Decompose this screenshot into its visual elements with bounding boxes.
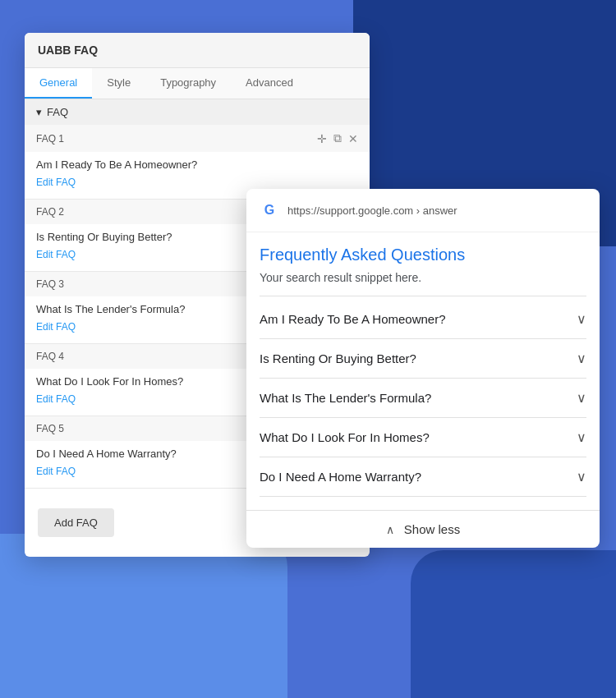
faq-label-4: FAQ 4 (36, 351, 64, 362)
chevron-icon-4: ∨ (577, 429, 586, 445)
google-faq-row-2[interactable]: Is Renting Or Buying Better? ∨ (260, 339, 586, 379)
chevron-icon-2: ∨ (577, 351, 586, 366)
faq-label-1: FAQ 1 (36, 133, 64, 145)
bg-right-blue (411, 550, 616, 698)
faq-1-icons: ✛ ⧉ ✕ (317, 131, 358, 145)
faq-edit-link-3[interactable]: Edit FAQ (36, 321, 76, 333)
google-preview-panel: G https://support.google.com › answer Fr… (246, 189, 600, 548)
google-g-icon: G (260, 200, 279, 220)
faq-label-2: FAQ 2 (36, 206, 64, 218)
google-url-bar: G https://support.google.com › answer (246, 189, 600, 232)
google-faq-question-3: What Is The Lender's Formula? (260, 391, 431, 405)
google-faq-question-2: Is Renting Or Buying Better? (260, 351, 416, 365)
chevron-icon-3: ∨ (577, 390, 586, 406)
google-faq-row-1[interactable]: Am I Ready To Be A Homeowner? ∨ (260, 300, 586, 339)
google-faq-row-3[interactable]: What Is The Lender's Formula? ∨ (260, 379, 586, 418)
section-label: FAQ (47, 106, 68, 118)
faq-item-1-header: FAQ 1 ✛ ⧉ ✕ (25, 125, 370, 152)
google-faq-question-1: Am I Ready To Be A Homeowner? (260, 312, 446, 326)
google-content: Frequently Asked Questions Your search r… (246, 232, 600, 510)
faq-label-5: FAQ 5 (36, 423, 64, 434)
add-faq-button[interactable]: Add FAQ (38, 508, 114, 537)
chevron-icon-1: ∨ (577, 311, 586, 327)
faq-edit-link-1[interactable]: Edit FAQ (36, 177, 76, 188)
faq-edit-link-2[interactable]: Edit FAQ (36, 249, 76, 260)
bg-light-blue-bottom (0, 534, 287, 698)
move-icon-1[interactable]: ✛ (317, 132, 327, 145)
google-result-title[interactable]: Frequently Asked Questions (260, 246, 586, 264)
editor-tabs: General Style Typography Advanced (25, 68, 370, 99)
tab-general[interactable]: General (25, 68, 92, 99)
show-less-label: Show less (404, 522, 460, 536)
section-collapse-icon[interactable]: ▾ (36, 106, 42, 118)
google-url: https://support.google.com › answer (287, 204, 457, 217)
google-faq-row-5[interactable]: Do I Need A Home Warranty? ∨ (260, 457, 586, 497)
google-faq-row-4[interactable]: What Do I Look For In Homes? ∨ (260, 418, 586, 457)
faq-question-1: Am I Ready To Be A Homeowner? (36, 158, 358, 171)
show-less-chevron-icon: ∧ (386, 523, 394, 536)
editor-title: UABB FAQ (38, 44, 98, 57)
show-less-bar[interactable]: ∧ Show less (246, 510, 600, 548)
tab-advanced[interactable]: Advanced (231, 68, 308, 99)
chevron-icon-5: ∨ (577, 469, 586, 484)
copy-icon-1[interactable]: ⧉ (333, 131, 342, 145)
google-faq-question-4: What Do I Look For In Homes? (260, 430, 430, 444)
section-header: ▾ FAQ (25, 99, 370, 125)
google-faq-question-5: Do I Need A Home Warranty? (260, 470, 421, 484)
tab-style[interactable]: Style (92, 68, 145, 99)
google-snippet: Your search result snippet here. (260, 271, 586, 284)
faq-label-3: FAQ 3 (36, 278, 64, 290)
faq-edit-link-4[interactable]: Edit FAQ (36, 393, 76, 405)
faq-edit-link-5[interactable]: Edit FAQ (36, 466, 76, 477)
close-icon-1[interactable]: ✕ (348, 132, 358, 145)
tab-typography[interactable]: Typography (145, 68, 231, 99)
divider-top (260, 296, 586, 296)
editor-title-bar: UABB FAQ (25, 33, 370, 68)
